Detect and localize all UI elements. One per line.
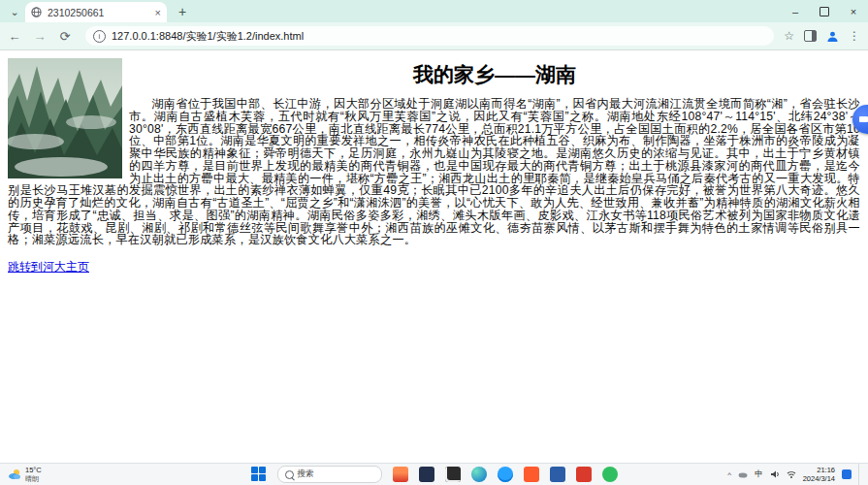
profile-avatar-icon[interactable] (826, 30, 839, 43)
taskbar-app-hbuilderx-icon[interactable] (602, 467, 618, 482)
taskbar-clock[interactable]: 21:16 2024/3/14 (803, 467, 835, 483)
reload-button[interactable]: ⟳ (54, 25, 76, 47)
taskbar-app-edge-icon[interactable] (471, 467, 487, 482)
volume-icon[interactable] (770, 469, 780, 479)
window-close-button[interactable]: × (839, 0, 868, 22)
windows-logo-icon (259, 474, 266, 481)
url-text[interactable]: 127.0.0.1:8848/实验1/实验1.2/index.html (112, 29, 304, 44)
clock-date: 2024/3/14 (803, 475, 835, 483)
show-desktop-strip[interactable] (858, 464, 862, 485)
site-info-icon[interactable]: i (93, 30, 106, 43)
onedrive-cloud-icon[interactable] (738, 469, 748, 479)
ime-language-indicator[interactable]: 中 (755, 469, 763, 480)
weather-condition: 晴朗 (25, 475, 42, 482)
start-button[interactable] (251, 467, 267, 482)
forward-button[interactable]: → (29, 25, 50, 47)
search-icon (285, 470, 294, 479)
weather-sun-cloud-icon (8, 468, 21, 481)
taskbar-app-wps-icon[interactable] (524, 467, 539, 482)
browser-tab[interactable]: 2310250661 × (25, 2, 167, 22)
taskbar-app-word-icon[interactable] (550, 467, 565, 482)
university-homepage-link[interactable]: 跳转到河大主页 (8, 259, 89, 275)
tab-close-icon[interactable]: × (155, 7, 161, 18)
tab-search-chevron-icon[interactable]: ⌄ (6, 3, 23, 20)
bookmark-star-icon[interactable]: ☆ (784, 29, 794, 43)
hunan-landscape-photo (8, 58, 122, 178)
globe-favicon-icon (31, 7, 42, 17)
windows-logo-icon (251, 467, 258, 473)
weather-temperature: 15°C (25, 467, 42, 474)
web-page: 我的家乡——湖南 湖南省位于我国中部、长江中游，因大部分区域处于洞庭湖以南而得名… (0, 50, 868, 464)
windows-logo-icon (259, 467, 266, 473)
browser-menu-kebab-icon[interactable]: ⋮ (849, 29, 860, 43)
search-label: 搜索 (298, 469, 314, 480)
taskbar-app-navy-icon[interactable] (419, 467, 434, 482)
new-tab-button[interactable]: + (173, 2, 192, 21)
taskbar-app-red-icon[interactable] (576, 467, 592, 482)
side-panel-icon[interactable] (804, 30, 817, 42)
notification-center-badge[interactable] (842, 469, 852, 479)
page-title: 我的家乡——湖南 (8, 61, 860, 88)
address-bar[interactable]: i 127.0.0.1:8848/实验1/实验1.2/index.html (85, 26, 774, 46)
taskbar: 15°C 晴朗 搜索 ^ 中 (0, 463, 868, 485)
window-minimize-button[interactable]: – (781, 0, 810, 22)
taskbar-app-terminal-icon[interactable] (445, 467, 461, 482)
widgets-weather-button[interactable]: 15°C 晴朗 (0, 464, 49, 485)
back-button[interactable]: ← (4, 25, 25, 47)
taskbar-app-flame-icon[interactable] (393, 467, 408, 482)
taskbar-app-blue-icon[interactable] (498, 467, 513, 482)
taskbar-search-box[interactable]: 搜索 (277, 466, 382, 483)
camera-icon (859, 116, 868, 122)
tab-title: 2310250661 (48, 7, 149, 18)
maximize-icon (820, 7, 829, 16)
browser-toolbar: ← → ⟳ i 127.0.0.1:8848/实验1/实验1.2/index.h… (0, 22, 868, 50)
tray-hidden-icons-chevron-icon[interactable]: ^ (727, 470, 731, 479)
clock-time: 21:16 (817, 467, 835, 474)
windows-logo-icon (251, 474, 258, 481)
window-maximize-button[interactable] (810, 0, 839, 22)
network-wifi-icon[interactable] (787, 469, 796, 479)
article-paragraph: 湖南省位于我国中部、长江中游，因大部分区域处于洞庭湖以南而得名“湖南”，因省内最… (8, 98, 860, 246)
browser-tab-strip: ⌄ 2310250661 × + – × (0, 0, 868, 22)
